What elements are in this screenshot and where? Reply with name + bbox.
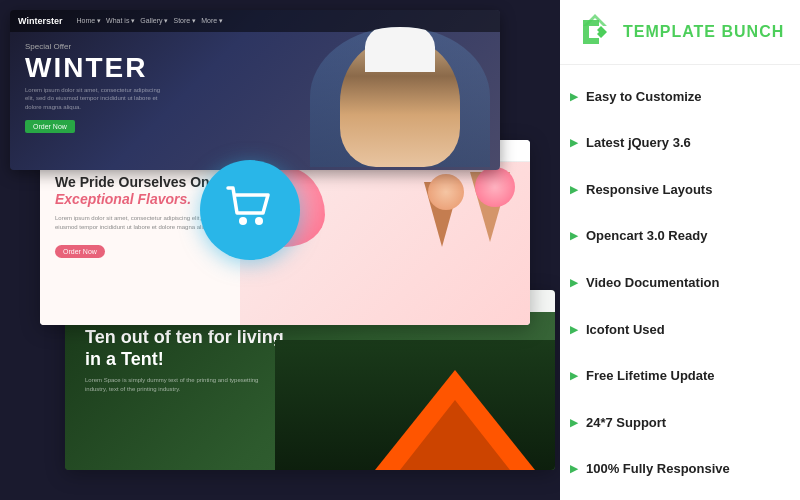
tent-title: Ten out of ten for living in a Tent! [85, 327, 285, 370]
feature-item-video: ▶ Video Documentation [570, 270, 790, 295]
icecream-cone1-scoop [475, 167, 515, 207]
winter-hero-image [310, 27, 490, 167]
feature-arrow-8: ▶ [570, 417, 578, 428]
tent-desc: Lorem Space is simply dummy text of the … [85, 376, 265, 394]
feature-label-4: Opencart 3.0 Ready [586, 228, 707, 243]
winter-btn[interactable]: Order Now [25, 120, 75, 133]
feature-label-2: Latest jQuery 3.6 [586, 135, 691, 150]
tent-hero: Ten out of ten for living in a Tent! Lor… [65, 312, 555, 470]
winter-logo: Winterster [18, 16, 62, 26]
feature-item-icofont: ▶ Icofont Used [570, 317, 790, 342]
winter-nav-more: More ▾ [201, 17, 223, 25]
winter-nav-gallery: Gallery ▾ [140, 17, 168, 25]
winter-nav-whatis: What is ▾ [106, 17, 135, 25]
feature-arrow-2: ▶ [570, 137, 578, 148]
feature-label-7: Free Lifetime Update [586, 368, 715, 383]
feature-item-jquery: ▶ Latest jQuery 3.6 [570, 130, 790, 155]
right-panel: TEMPLATE BUNCH ▶ Easy to Customize ▶ Lat… [560, 0, 800, 500]
person-hat [365, 27, 435, 72]
feature-item-support: ▶ 24*7 Support [570, 410, 790, 435]
templatebunch-logo [575, 12, 615, 52]
tb-brand: TEMPLATE BUNCH [623, 24, 784, 40]
feature-arrow-3: ▶ [570, 184, 578, 195]
feature-arrow-9: ▶ [570, 463, 578, 474]
feature-label-6: Icofont Used [586, 322, 665, 337]
feature-item-responsive: ▶ Responsive Layouts [570, 177, 790, 202]
feature-label-9: 100% Fully Responsive [586, 461, 730, 476]
svg-point-0 [239, 217, 247, 225]
feature-item-opencart: ▶ Opencart 3.0 Ready [570, 223, 790, 248]
winter-nav-store: Store ▾ [173, 17, 196, 25]
winter-navbar: Winterster Home ▾ What is ▾ Gallery ▾ St… [10, 10, 500, 32]
feature-item-customize: ▶ Easy to Customize [570, 84, 790, 109]
feature-label-3: Responsive Layouts [586, 182, 712, 197]
person-silhouette [340, 37, 460, 167]
feature-arrow-7: ▶ [570, 370, 578, 381]
tb-brand-template: TEMPLATE [623, 23, 721, 40]
feature-label-1: Easy to Customize [586, 89, 702, 104]
feature-arrow-6: ▶ [570, 324, 578, 335]
cart-icon [225, 185, 275, 236]
cart-overlay [200, 160, 300, 260]
feature-arrow-1: ▶ [570, 91, 578, 102]
icecream-cone2-scoop [428, 174, 464, 210]
features-list: ▶ Easy to Customize ▶ Latest jQuery 3.6 … [560, 65, 800, 500]
left-panel: Winterster Home ▾ What is ▾ Gallery ▾ St… [0, 0, 560, 500]
icecream-tagline-line2: Exceptional Flavors. [55, 191, 191, 207]
feature-label-8: 24*7 Support [586, 415, 666, 430]
tb-brand-text: TEMPLATE BUNCH [623, 24, 784, 40]
tb-brand-bunch: BUNCH [721, 23, 784, 40]
feature-arrow-4: ▶ [570, 230, 578, 241]
icecream-tagline-line1: We Pride Ourselves On [55, 174, 210, 190]
feature-item-fullresponsive: ▶ 100% Fully Responsive [570, 456, 790, 481]
tent-scene [275, 340, 555, 470]
winter-hero: Special Offer WINTER Lorem ipsum dolor s… [10, 32, 500, 143]
svg-point-1 [255, 217, 263, 225]
feature-arrow-5: ▶ [570, 277, 578, 288]
winter-nav-links: Home ▾ What is ▾ Gallery ▾ Store ▾ More … [76, 17, 223, 25]
feature-item-lifetime: ▶ Free Lifetime Update [570, 363, 790, 388]
winter-template: Winterster Home ▾ What is ▾ Gallery ▾ St… [10, 10, 500, 170]
feature-label-5: Video Documentation [586, 275, 719, 290]
icecream-btn[interactable]: Order Now [55, 245, 105, 258]
tent-inner [400, 400, 510, 470]
winter-desc: Lorem ipsum dolor sit amet, consectetur … [25, 86, 165, 111]
winter-nav-home: Home ▾ [76, 17, 101, 25]
tb-header: TEMPLATE BUNCH [560, 0, 800, 65]
